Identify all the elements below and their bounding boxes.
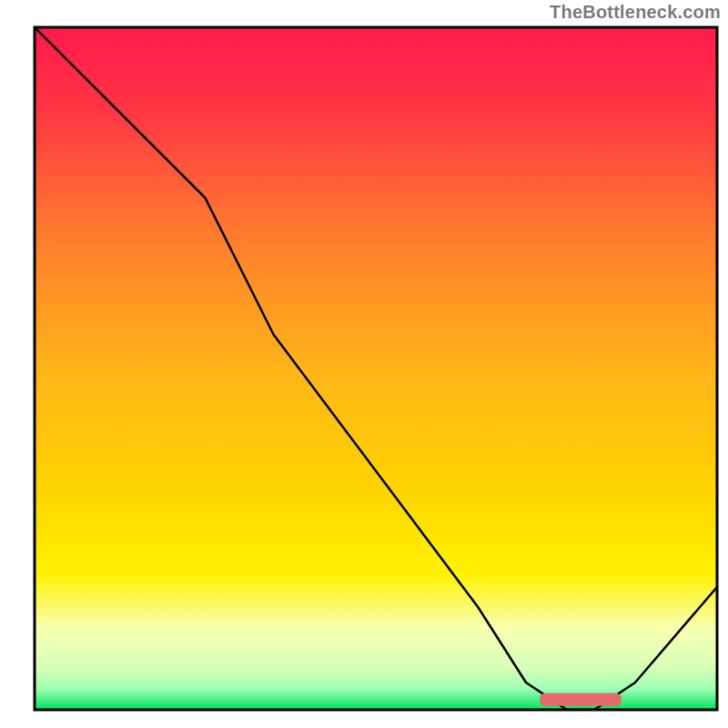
chart-container: TheBottleneck.com	[0, 0, 728, 728]
chart-svg	[0, 0, 728, 728]
optimal-range-marker	[540, 693, 622, 706]
watermark-text: TheBottleneck.com	[550, 2, 721, 23]
